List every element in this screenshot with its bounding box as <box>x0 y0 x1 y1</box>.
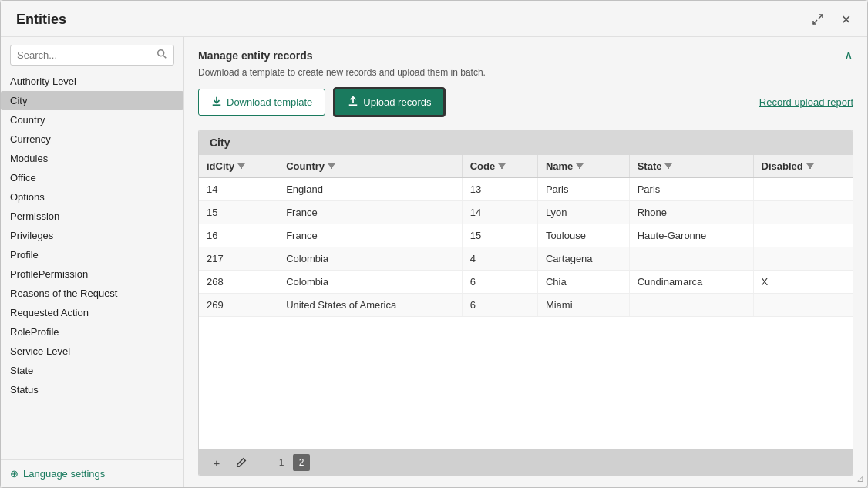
filter-icon[interactable] <box>237 162 245 171</box>
filter-icon[interactable] <box>498 162 506 171</box>
svg-marker-8 <box>237 163 245 169</box>
table-row[interactable]: 16France15ToulouseHaute-Garonne <box>199 224 853 247</box>
table-cell: Cundinamarca <box>629 271 753 294</box>
page-number[interactable]: 2 <box>293 454 310 471</box>
filter-icon[interactable] <box>328 162 335 171</box>
filter-icon[interactable] <box>664 162 672 171</box>
manage-panel-title: Manage entity records <box>198 49 313 62</box>
table-cell: 15 <box>199 201 278 224</box>
maximize-icon[interactable] <box>809 10 827 29</box>
sidebar-item[interactable]: State <box>1 361 183 380</box>
column-header: idCity <box>199 155 278 178</box>
add-row-button[interactable]: + <box>208 454 225 471</box>
main-content: Authority LevelCityCountryCurrencyModule… <box>1 37 867 487</box>
panel-header: Manage entity records ∧ <box>198 48 853 62</box>
table-cell: 15 <box>462 224 537 247</box>
language-settings-btn[interactable]: ⊕ Language settings <box>1 459 183 487</box>
table-row[interactable]: 269United States of America6Miami <box>199 294 853 317</box>
sidebar-item[interactable]: Profile <box>1 245 183 264</box>
table-cell: Toulouse <box>537 224 629 247</box>
table-cell: France <box>278 201 463 224</box>
column-header: State <box>629 155 753 178</box>
sidebar-item[interactable]: City <box>1 91 183 110</box>
table-cell: 268 <box>199 271 278 294</box>
search-box[interactable] <box>10 45 174 66</box>
collapse-icon[interactable]: ∧ <box>844 48 853 62</box>
table-cell: Haute-Garonne <box>629 224 753 247</box>
right-panel: Manage entity records ∧ Download a templ… <box>184 37 867 487</box>
table-body: 14England13ParisParis15France14LyonRhone… <box>199 178 853 317</box>
table-cell: Colombia <box>278 247 463 271</box>
table-row[interactable]: 217Colombia4Cartagena <box>199 247 853 271</box>
table-cell <box>629 247 753 271</box>
sidebar-item[interactable]: RoleProfile <box>1 322 183 342</box>
table-cell: X <box>753 271 853 294</box>
table-row[interactable]: 14England13ParisParis <box>199 178 853 201</box>
sidebar-item[interactable]: Authority Level <box>1 72 183 91</box>
svg-point-2 <box>158 50 164 56</box>
language-settings-label: Language settings <box>23 468 105 480</box>
sidebar-item[interactable]: Office <box>1 168 183 187</box>
svg-marker-10 <box>498 163 506 169</box>
download-icon <box>211 96 222 109</box>
sidebar-item[interactable]: ProfilePermission <box>1 264 183 284</box>
edit-row-button[interactable] <box>233 454 250 471</box>
table-cell: 4 <box>462 247 537 271</box>
sidebar-item[interactable]: Modules <box>1 149 183 168</box>
column-header: Code <box>462 155 537 178</box>
table-cell: United States of America <box>278 294 463 317</box>
sidebar-item[interactable]: Status <box>1 380 183 399</box>
svg-line-3 <box>163 56 167 59</box>
table-cell: Cartagena <box>537 247 629 271</box>
table-cell: Miami <box>537 294 629 317</box>
table-footer: + 12 <box>199 449 853 476</box>
sidebar-item[interactable]: Options <box>1 187 183 207</box>
table-cell: Chia <box>537 271 629 294</box>
table-cell: 14 <box>199 178 278 201</box>
table-cell: 16 <box>199 224 278 247</box>
download-template-button[interactable]: Download template <box>198 89 325 116</box>
page-number[interactable]: 1 <box>273 454 290 471</box>
table-cell <box>629 294 753 317</box>
table-cell <box>753 224 853 247</box>
search-input[interactable] <box>17 49 156 61</box>
sidebar-item[interactable]: Reasons of the Request <box>1 284 183 303</box>
table-cell: England <box>278 178 463 201</box>
sidebar-item[interactable]: Privileges <box>1 226 183 245</box>
table-cell: 217 <box>199 247 278 271</box>
close-icon[interactable]: ✕ <box>836 10 855 29</box>
filter-icon[interactable] <box>806 162 814 171</box>
sidebar: Authority LevelCityCountryCurrencyModule… <box>1 37 184 487</box>
sidebar-item[interactable]: Service Level <box>1 342 183 361</box>
pagination: 12 <box>273 454 310 471</box>
sidebar-item[interactable]: Permission <box>1 207 183 226</box>
sidebar-item[interactable]: Requested Action <box>1 303 183 322</box>
table-row[interactable]: 268Colombia6ChiaCundinamarcaX <box>199 271 853 294</box>
sidebar-item[interactable]: Currency <box>1 130 183 149</box>
svg-marker-12 <box>664 163 672 169</box>
table-cell: Colombia <box>278 271 463 294</box>
record-upload-report-link[interactable]: Record upload report <box>759 96 853 108</box>
table-row[interactable]: 15France14LyonRhone <box>199 201 853 224</box>
table-cell: 269 <box>199 294 278 317</box>
table-cell: Rhone <box>629 201 753 224</box>
action-buttons: Download template Upload records Record … <box>198 87 853 117</box>
table-head: idCityCountryCodeNameStateDisabled <box>199 155 853 178</box>
download-template-label: Download template <box>227 96 312 108</box>
table-cell <box>753 178 853 201</box>
table-cell: 6 <box>462 294 537 317</box>
sidebar-list: Authority LevelCityCountryCurrencyModule… <box>1 72 183 459</box>
table-cell: Paris <box>537 178 629 201</box>
filter-icon[interactable] <box>576 162 584 171</box>
resize-handle[interactable]: ⊿ <box>856 473 864 484</box>
city-table: idCityCountryCodeNameStateDisabled 14Eng… <box>199 155 853 317</box>
table-cell <box>753 201 853 224</box>
upload-records-button[interactable]: Upload records <box>333 87 446 117</box>
table-cell: Paris <box>629 178 753 201</box>
panel-subtitle: Download a template to create new record… <box>198 67 853 78</box>
globe-icon: ⊕ <box>10 468 19 480</box>
sidebar-item[interactable]: Country <box>1 110 183 130</box>
svg-marker-13 <box>806 163 814 169</box>
table-container: City idCityCountryCodeNameStateDisabled … <box>198 130 853 476</box>
table-cell: 14 <box>462 201 537 224</box>
